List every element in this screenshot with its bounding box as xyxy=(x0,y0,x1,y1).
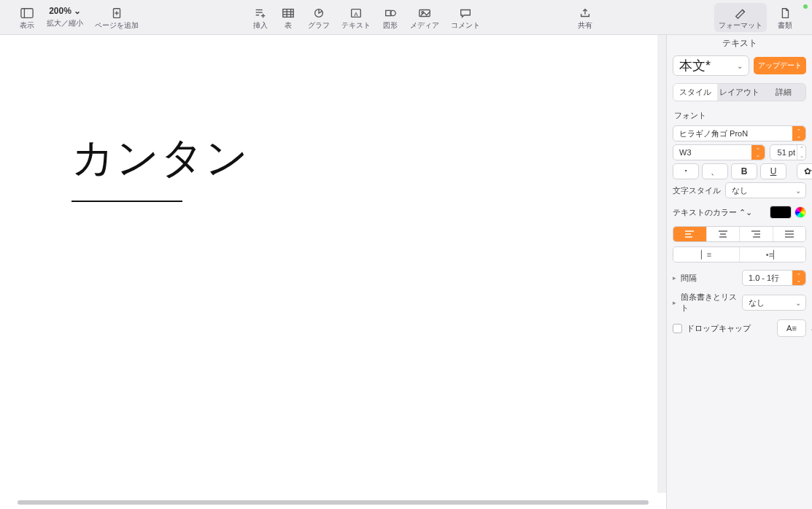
chevron-down-icon: ⌄ xyxy=(737,62,743,70)
disclosure-icon[interactable]: ▸ xyxy=(673,299,676,306)
zoom-value: 200% xyxy=(49,6,71,16)
insert-button[interactable]: 挿入 xyxy=(248,3,273,32)
font-family-select[interactable]: ヒラギノ角ゴ ProN xyxy=(673,125,806,141)
disclosure-icon[interactable]: ▸ xyxy=(673,274,676,281)
zoom-control[interactable]: 200%⌄ 拡大／縮小 xyxy=(42,3,88,30)
format-inspector: テキスト 本文* ⌄ アップデート スタイル レイアウト 詳細 フォント ヒラギ… xyxy=(666,35,812,509)
inspector-title: テキスト xyxy=(667,35,812,51)
document-button[interactable]: 書類 xyxy=(773,3,797,32)
document-area[interactable]: カンタン xyxy=(0,35,666,509)
horizontal-align xyxy=(673,226,806,242)
bold-b-button[interactable]: B xyxy=(731,163,757,179)
paragraph-style-select[interactable]: 本文* ⌄ xyxy=(673,55,749,76)
table-label: 表 xyxy=(285,20,292,31)
bullets-value: なし xyxy=(749,298,765,308)
indent-button[interactable]: •≡▏ xyxy=(740,247,805,262)
media-icon xyxy=(418,6,431,20)
page-text[interactable]: カンタン xyxy=(71,130,250,187)
spacing-label: 間隔 xyxy=(681,273,738,284)
tab-layout[interactable]: レイアウト xyxy=(717,84,761,101)
text-color-label: テキストのカラー ⌃⌄ xyxy=(673,207,752,218)
format-icon xyxy=(734,6,747,20)
chevron-down-icon: ⌄ xyxy=(795,299,801,307)
font-size-field[interactable]: 51 pt ⌃⌄ xyxy=(770,144,806,160)
media-label: メディア xyxy=(410,20,439,31)
shape-label: 図形 xyxy=(383,20,398,31)
add-page-icon xyxy=(110,6,123,20)
align-left-button[interactable] xyxy=(673,227,707,241)
indent-controls: ▏≡ •≡▏ xyxy=(673,246,806,263)
spacing-select[interactable]: 1.0 - 1行 xyxy=(742,270,806,286)
share-button[interactable]: 共有 xyxy=(573,3,598,32)
window-status-dot xyxy=(803,4,808,9)
text-label: テキスト xyxy=(341,20,371,31)
view-label: 表示 xyxy=(20,20,34,31)
add-page-button[interactable]: ページを追加 xyxy=(90,3,143,32)
comment-label: コメント xyxy=(451,20,480,31)
document-label: 書類 xyxy=(778,20,792,31)
bold-button[interactable]: ・ xyxy=(673,163,699,179)
outdent-button[interactable]: ▏≡ xyxy=(673,247,740,262)
inspector-tabs: スタイル レイアウト 詳細 xyxy=(673,83,806,101)
svg-rect-0 xyxy=(21,8,33,18)
font-weight-select[interactable]: W3 xyxy=(673,144,765,160)
svg-rect-10 xyxy=(283,9,293,17)
spacing-value: 1.0 - 1行 xyxy=(749,273,779,284)
toolbar: 表示 200%⌄ 拡大／縮小 ページを追加 挿入 表 グラフ A テキスト xyxy=(0,0,812,35)
format-button[interactable]: フォーマット xyxy=(714,3,767,32)
bullets-label: 箇条書きとリスト xyxy=(681,292,738,314)
stepper-icon xyxy=(751,145,765,160)
align-justify-button[interactable] xyxy=(773,227,806,241)
insert-label: 挿入 xyxy=(253,20,268,31)
char-style-value: なし xyxy=(732,185,748,196)
comment-button[interactable]: コメント xyxy=(446,3,484,32)
update-style-button[interactable]: アップデート xyxy=(754,57,806,74)
share-icon xyxy=(579,6,592,20)
tab-style[interactable]: スタイル xyxy=(673,84,717,101)
format-label: フォーマット xyxy=(719,20,762,31)
chevron-down-icon: ⌄ xyxy=(74,6,81,16)
font-section-label: フォント xyxy=(674,110,805,121)
text-button[interactable]: A テキスト xyxy=(337,3,375,32)
zoom-label: 拡大／縮小 xyxy=(47,18,83,28)
table-button[interactable]: 表 xyxy=(276,3,301,32)
bullets-select[interactable]: なし ⌄ xyxy=(742,295,806,311)
align-center-button[interactable] xyxy=(707,227,741,241)
italic-button[interactable]: 、 xyxy=(702,163,728,179)
chevron-down-icon: ⌄ xyxy=(795,187,801,195)
comment-icon xyxy=(459,6,472,20)
align-right-button[interactable] xyxy=(740,227,773,241)
document-icon xyxy=(778,6,792,20)
media-button[interactable]: メディア xyxy=(406,3,444,32)
insert-icon xyxy=(254,6,267,20)
char-style-select[interactable]: なし ⌄ xyxy=(725,182,806,198)
stepper-icon[interactable]: ⌃⌄ xyxy=(797,145,805,160)
svg-text:A: A xyxy=(354,10,358,17)
horizontal-scrollbar[interactable] xyxy=(18,500,649,505)
shape-icon xyxy=(384,6,397,20)
add-page-label: ページを追加 xyxy=(95,20,139,31)
stepper-icon xyxy=(792,126,805,141)
vertical-scrollbar-track[interactable] xyxy=(657,35,666,493)
shape-button[interactable]: 図形 xyxy=(378,3,403,32)
dropcap-checkbox[interactable] xyxy=(673,324,682,333)
font-weight-value: W3 xyxy=(679,148,692,157)
text-color-swatch[interactable] xyxy=(770,206,792,219)
dropcap-label: ドロップキャップ xyxy=(687,323,751,334)
underline-button[interactable]: U xyxy=(760,163,786,179)
tab-more[interactable]: 詳細 xyxy=(762,84,805,101)
font-family-value: ヒラギノ角ゴ ProN xyxy=(679,128,748,139)
char-style-label: 文字スタイル xyxy=(673,185,721,196)
chart-button[interactable]: グラフ xyxy=(303,3,334,32)
color-wheel-button[interactable] xyxy=(794,206,806,218)
dropcap-preview-icon: A≡ xyxy=(786,324,797,333)
sidebar-icon xyxy=(20,6,34,20)
chart-label: グラフ xyxy=(308,20,330,31)
share-label: 共有 xyxy=(578,20,592,31)
text-icon: A xyxy=(349,6,363,20)
text-options-button[interactable]: ✿▾ xyxy=(797,163,812,179)
view-button[interactable]: 表示 xyxy=(15,3,39,32)
table-icon xyxy=(282,6,295,20)
dropcap-style-select[interactable]: A≡ ⌄ xyxy=(777,319,806,337)
text-underline xyxy=(71,201,182,202)
